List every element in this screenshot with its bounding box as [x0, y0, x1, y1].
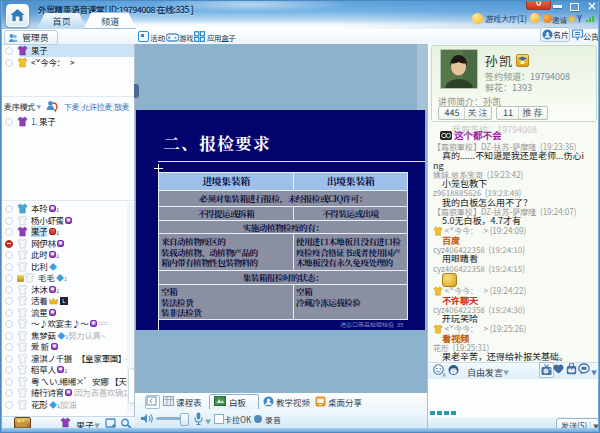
svg-text:A: A [443, 372, 447, 378]
